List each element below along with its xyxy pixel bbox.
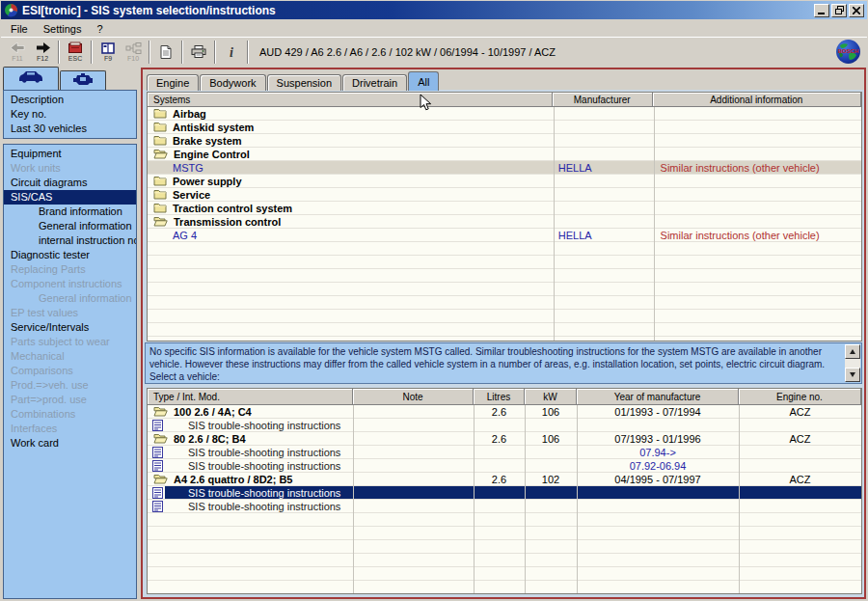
sidebar-item-equipment[interactable]: Equipment (4, 147, 136, 161)
toolbar-forward-button[interactable]: F12 (30, 39, 55, 65)
sidebar-item-sis-cas[interactable]: SIS/CAS (4, 190, 136, 205)
scroll-up-button[interactable] (845, 344, 860, 359)
sidebar-item-comparisons: Comparisons (4, 364, 136, 378)
toolbar-print-button[interactable] (186, 39, 211, 65)
systems-row[interactable]: Airbag (148, 107, 861, 121)
forward-arrow-icon (36, 41, 50, 55)
window-controls (814, 4, 864, 17)
tab-drivetrain[interactable]: Drivetrain (342, 74, 407, 91)
system-label: Power supply (173, 176, 242, 187)
systems-row[interactable]: Transmission control (148, 215, 861, 229)
note-cell (353, 473, 474, 485)
app-icon (4, 3, 18, 17)
tab-suspension[interactable]: Suspension (267, 74, 342, 91)
system-cell: Service (148, 188, 553, 201)
vehicle-row[interactable]: SIS trouble-shooting instructions07.92-0… (148, 459, 861, 473)
sidebar-item-component-instructions: Component instructions (4, 277, 136, 291)
vehicles-table-body: 100 2.6 / 4A; C42.610601/1993 - 07/1994A… (148, 405, 861, 593)
vehicle-row[interactable]: SIS trouble-shooting instructions (148, 500, 861, 513)
vehicles-empty-rows (148, 513, 861, 593)
manufacturer-cell (553, 121, 653, 133)
systems-row[interactable]: MSTGHELLASimilar instructions (other veh… (148, 161, 861, 175)
kw-cell (525, 486, 577, 499)
menu-item[interactable]: ? (89, 22, 110, 36)
tab-engine[interactable]: Engine (147, 74, 199, 91)
tab-all[interactable]: All (408, 71, 439, 91)
toolbar-escape-button[interactable]: ESC (63, 39, 88, 65)
minimize-button[interactable] (814, 4, 829, 17)
sidebar-item-brand-information[interactable]: Brand information (4, 205, 136, 219)
sidebar-item-circuit-diagrams[interactable]: Circuit diagrams (4, 176, 136, 190)
sidebar-item-internal-instruction-no[interactable]: internal instruction no. (4, 233, 136, 248)
kw-cell (525, 419, 577, 431)
sidebar-item-description[interactable]: Description (4, 93, 136, 107)
content-area: EngineBodyworkSuspensionDrivetrainAll Sy… (141, 68, 866, 599)
system-cell: Brake system (148, 134, 553, 147)
systems-row[interactable]: Antiskid system (148, 121, 861, 134)
tree-icon (125, 41, 142, 55)
vehicle-row[interactable]: 80 2.6 / 8C; B42.610607/1993 - 01/1996AC… (148, 432, 861, 446)
vehicles-header-note[interactable]: Note (353, 389, 474, 405)
toolbar-f9-button[interactable]: F9 (95, 39, 121, 65)
column-divider (474, 405, 475, 593)
menu-file[interactable]: File (3, 22, 36, 36)
close-button[interactable] (849, 4, 864, 17)
systems-header-manufacturer[interactable]: Manufacturer (553, 93, 653, 107)
sidebar-item-diagnostic-tester[interactable]: Diagnostic tester (4, 248, 136, 262)
sidebar-item-service-intervals[interactable]: Service/Intervals (4, 320, 136, 335)
column-divider (353, 405, 354, 593)
system-label: AG 4 (173, 230, 197, 241)
engine-no-cell: ACZ (739, 405, 861, 418)
restore-button[interactable] (831, 4, 847, 17)
systems-header-additional-information[interactable]: Additional information (653, 93, 861, 107)
engine-no-cell (739, 459, 861, 472)
sidebar-item-work-card[interactable]: Work card (4, 436, 136, 451)
systems-row[interactable]: Traction control system (148, 202, 861, 215)
menu-settings[interactable]: Settings (36, 22, 90, 36)
vehicles-header-litres[interactable]: Litres (474, 389, 525, 405)
vehicles-header-kw[interactable]: kW (525, 389, 577, 405)
systems-row[interactable]: AG 4HELLASimilar instructions (other veh… (148, 229, 861, 242)
systems-row[interactable]: Service (148, 188, 861, 202)
year-cell: 07.94-> (577, 446, 739, 458)
vehicle-row[interactable]: 100 2.6 / 4A; C42.610601/1993 - 07/1994A… (148, 405, 861, 419)
toolbar-document-button[interactable] (153, 39, 178, 65)
engine-no-cell: ACZ (739, 473, 861, 485)
vehicle-row[interactable]: SIS trouble-shooting instructions07.94-> (148, 446, 861, 459)
toolbar-info-button[interactable]: i (219, 39, 244, 65)
sidebar-item-key-no[interactable]: Key no. (4, 107, 136, 122)
vehicle-row[interactable]: A4 2.6 quattro / 8D2; B52.610204/1995 - … (148, 473, 861, 486)
engine-no-cell (739, 446, 861, 458)
systems-header-systems[interactable]: Systems (148, 93, 553, 107)
manufacturer-cell (553, 175, 653, 187)
sidebar-tab-workshop[interactable] (60, 70, 106, 90)
vehicles-header-year-of-manufacture[interactable]: Year of manufacture (577, 389, 739, 405)
year-cell: 01/1993 - 07/1994 (577, 405, 739, 418)
vehicle-row[interactable]: SIS trouble-shooting instructions (148, 486, 861, 500)
engine-no-cell: ACZ (739, 432, 861, 445)
vehicles-header-engine-no[interactable]: Engine no. (739, 389, 861, 405)
year-cell (577, 419, 739, 431)
systems-table-header: SystemsManufacturerAdditional informatio… (148, 93, 861, 107)
toolbar-separator (214, 41, 216, 64)
toolbar-button-label: F12 (37, 55, 48, 63)
sidebar-item-work-units: Work units (4, 161, 136, 176)
folder-open-icon (153, 216, 168, 227)
esc-book-icon (68, 41, 83, 55)
doc-icon (152, 447, 163, 458)
vehicles-header-type-int-mod[interactable]: Type / Int. Mod. (148, 389, 353, 405)
vehicle-row[interactable]: SIS trouble-shooting instructions (148, 419, 861, 432)
systems-row[interactable]: Engine Control (148, 148, 861, 161)
sidebar-item-last-30-vehicles[interactable]: Last 30 vehicles (4, 122, 136, 136)
vehicle-type-label: 80 2.6 / 8C; B4 (174, 433, 246, 445)
scroll-down-button[interactable] (845, 368, 860, 382)
system-cell: AG 4 (148, 229, 553, 241)
systems-row[interactable]: Brake system (148, 134, 861, 148)
folder-open-icon (153, 406, 168, 417)
tab-bodywork[interactable]: Bodywork (200, 74, 265, 91)
sidebar-item-general-information[interactable]: General information (4, 219, 136, 233)
system-label: Engine Control (174, 149, 250, 160)
systems-row[interactable]: Power supply (148, 175, 861, 188)
engine-icon (71, 71, 95, 90)
sidebar-tab-vehicle[interactable] (3, 67, 59, 90)
